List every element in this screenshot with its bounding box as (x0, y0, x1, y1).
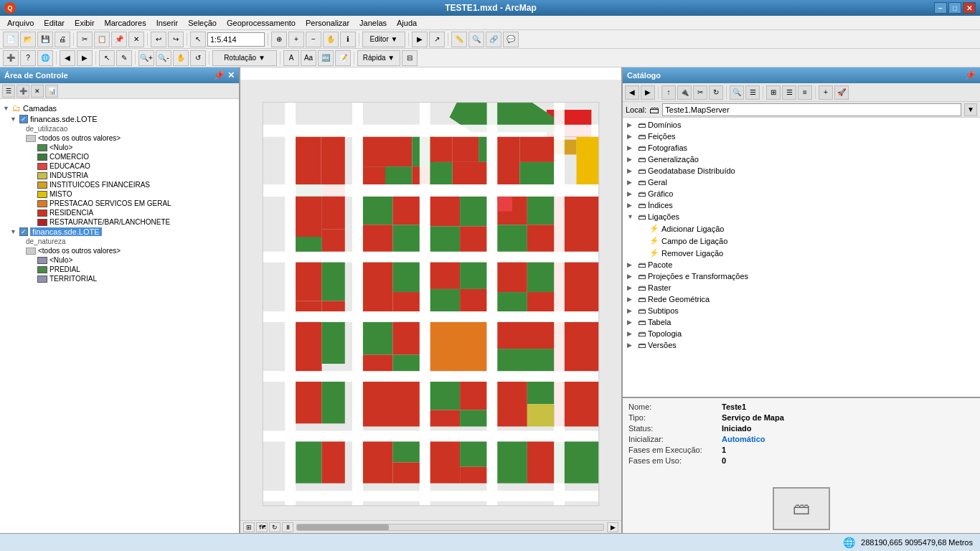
label-tool-2[interactable]: Aa (301, 50, 316, 66)
label-tool-4[interactable]: 📝 (335, 50, 351, 66)
zoom-out-fixed[interactable]: 🔍- (156, 50, 171, 66)
tree-item-subtipos[interactable]: ▶ 🗃 Subtipos (624, 305, 979, 316)
tree-item-dominios[interactable]: ▶ 🗃 Domínios (624, 119, 979, 131)
tree-item-campo-ligacao[interactable]: ⚡ Campo de Ligação (624, 235, 979, 247)
open-button[interactable]: 📂 (20, 32, 36, 47)
pan-button[interactable]: ✋ (323, 32, 339, 47)
layer2-item-3[interactable]: TERRITORIAL (0, 274, 239, 283)
tree-item-projecoes[interactable]: ▶ 🗃 Projeções e Transformações (624, 270, 979, 282)
maximize-button[interactable]: □ (948, 2, 961, 14)
layer1-item-5[interactable]: INSTITUICOES FINANCEIRAS (0, 180, 239, 189)
menu-geoprocessamento[interactable]: Geoprocessamento (222, 17, 300, 29)
tree-item-geral[interactable]: ▶ 🗃 Geral (624, 176, 979, 188)
tree-item-remover-ligacao[interactable]: ⚡ Remover Ligação (624, 247, 979, 259)
refresh-btn[interactable]: ↻ (269, 522, 281, 532)
redo-button[interactable]: ↪ (168, 32, 184, 47)
copy-button[interactable]: 📋 (94, 32, 110, 47)
tree-item-feicoes[interactable]: ▶ 🗃 Feições (624, 131, 979, 142)
rapid-dropdown[interactable]: Rápida ▼ (357, 50, 400, 66)
scroll-thumb[interactable] (297, 524, 389, 530)
layer1-item-0[interactable]: <todos os outros valores> (0, 133, 239, 143)
nav-back[interactable]: ◀ (60, 50, 75, 66)
edit-vertices[interactable]: ✎ (116, 50, 132, 66)
location-input[interactable] (662, 103, 961, 116)
zoom-full-button[interactable]: ⊕ (271, 32, 287, 47)
zoom-out-button[interactable]: − (306, 32, 321, 47)
minimize-button[interactable]: − (934, 2, 947, 14)
map-area[interactable]: ⊞ 🗺 ↻ ⏸ ▶ (240, 67, 621, 533)
layer2-item-2[interactable]: PREDIAL (0, 265, 239, 274)
layer2-item-0[interactable]: <todos os outros valores> (0, 246, 239, 255)
print-button[interactable]: 🖨 (55, 32, 70, 47)
menu-ajuda[interactable]: Ajuda (392, 17, 421, 29)
pin-button[interactable]: 📌 (214, 70, 225, 80)
html-popup[interactable]: 💬 (503, 32, 519, 47)
tree-item-ligacoes[interactable]: ▼ 🗃 Ligações (624, 211, 979, 222)
layer1-item-6[interactable]: MISTO (0, 189, 239, 199)
paste-button[interactable]: 📌 (111, 32, 127, 47)
cat-connect-btn[interactable]: 🔌 (677, 85, 692, 100)
tree-item-tabela[interactable]: ▶ 🗃 Tabela (624, 316, 979, 328)
labeling-dropdown[interactable]: Rotulação ▼ (212, 50, 277, 66)
menu-selecao[interactable]: Seleção (184, 17, 221, 29)
delete-button[interactable]: ✕ (128, 32, 144, 47)
cat-up-btn[interactable]: ↑ (661, 85, 676, 100)
arcmap-help[interactable]: ? (20, 50, 36, 66)
menu-editar[interactable]: Editar (39, 17, 69, 29)
cat-search-btn[interactable]: 🔍 (730, 85, 744, 100)
layer1-item-8[interactable]: RESIDENCIA (0, 208, 239, 217)
layer1-checkbox[interactable]: ✓ (19, 115, 28, 123)
layer-list-options[interactable]: ☰ (2, 85, 15, 98)
layer1-item-7[interactable]: PRESTACAO SERVICOS EM GERAL (0, 199, 239, 208)
tree-item-rede[interactable]: ▶ 🗃 Rede Geométrica (624, 293, 979, 305)
cat-large-icons-btn[interactable]: ⊞ (766, 85, 781, 100)
layer1-item-1[interactable]: <Nulo> (0, 143, 239, 152)
tree-item-geodatabase[interactable]: ▶ 🗃 Geodatabase Distribuído (624, 165, 979, 176)
tree-item-indices[interactable]: ▶ 🗃 Índices (624, 199, 979, 211)
data-view-btn[interactable]: 🗺 (256, 522, 268, 532)
nav-forward[interactable]: ▶ (77, 50, 93, 66)
add-data-button[interactable]: ➕ (3, 50, 19, 66)
menu-arquivo[interactable]: Arquivo (3, 17, 38, 29)
arcgis-online[interactable]: 🌐 (37, 50, 53, 66)
tree-item-versoes[interactable]: ▶ 🗃 Versões (624, 339, 979, 351)
tree-item-grafico[interactable]: ▶ 🗃 Gráfico (624, 188, 979, 199)
pause-btn[interactable]: ⏸ (282, 522, 293, 532)
pan2[interactable]: ✋ (173, 50, 189, 66)
rotate[interactable]: ↺ (190, 50, 206, 66)
save-button[interactable]: 💾 (37, 32, 53, 47)
cat-new-btn[interactable]: + (819, 85, 833, 100)
pointer-button[interactable]: ↖ (190, 32, 206, 47)
layers-root-header[interactable]: ▼ 🗂 Camadas (0, 103, 239, 114)
tree-item-fotografias[interactable]: ▶ 🗃 Fotografias (624, 142, 979, 154)
cat-details-btn[interactable]: ≡ (798, 85, 812, 100)
undo-button[interactable]: ↩ (151, 32, 166, 47)
clear-selection[interactable]: ↗ (429, 32, 445, 47)
rapid-end[interactable]: ⊟ (402, 50, 418, 66)
close-button[interactable]: ✕ (963, 2, 976, 14)
menu-inserir[interactable]: Inserir (152, 17, 183, 29)
cat-options-btn[interactable]: ☰ (745, 85, 760, 100)
layer1-item-9[interactable]: RESTAURANTE/BAR/LANCHONETE (0, 217, 239, 227)
cat-launch-btn[interactable]: 🚀 (834, 85, 849, 100)
scroll-right[interactable]: ▶ (607, 522, 618, 532)
tree-item-adicionar-ligacao[interactable]: ⚡ Adicionar Ligação (624, 222, 979, 235)
cat-disconnect-btn[interactable]: ✂ (693, 85, 707, 100)
layer2-checkbox[interactable]: ✓ (19, 227, 28, 236)
find-button[interactable]: 🔍 (468, 32, 484, 47)
cut-button[interactable]: ✂ (77, 32, 93, 47)
menu-janelas[interactable]: Janelas (355, 17, 391, 29)
cat-refresh-btn[interactable]: ↻ (709, 85, 723, 100)
layer1-item-2[interactable]: COMERCIO (0, 152, 239, 161)
zoom-in-fixed[interactable]: 🔍+ (138, 50, 154, 66)
catalog-pin-button[interactable]: 📌 (965, 70, 976, 80)
cat-list-btn[interactable]: ☰ (782, 85, 796, 100)
cat-back-btn[interactable]: ◀ (625, 85, 639, 100)
layer1-header[interactable]: ▼ ✓ financas.sde.LOTE (0, 114, 239, 124)
identify-button[interactable]: ℹ (340, 32, 356, 47)
tree-item-topologia[interactable]: ▶ 🗃 Topologia (624, 328, 979, 339)
open-attribute-table[interactable]: 📊 (45, 85, 58, 98)
label-tool-1[interactable]: A (283, 50, 299, 66)
label-tool-3[interactable]: 🔤 (318, 50, 334, 66)
menu-personalizar[interactable]: Personalizar (301, 17, 354, 29)
